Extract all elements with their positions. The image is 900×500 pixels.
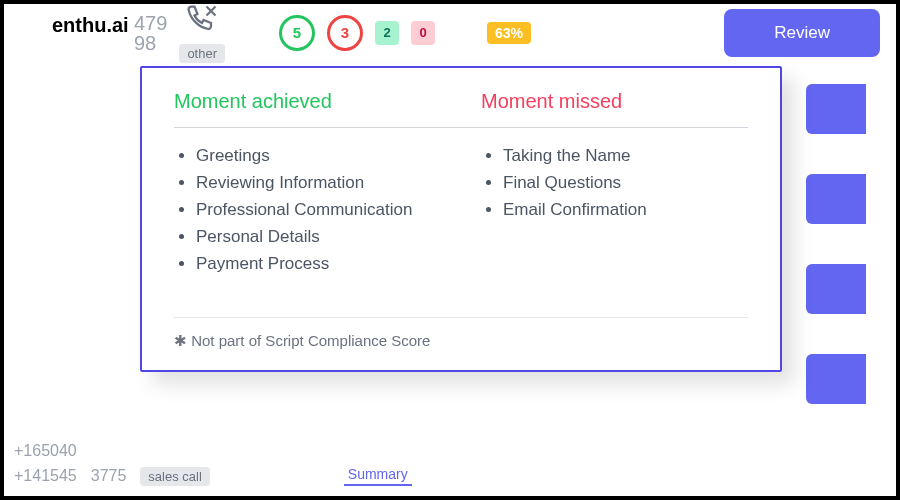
list-item: Taking the Name (503, 146, 748, 166)
bg-bottom: +165040 +141545 3775 sales call Summary (14, 442, 412, 486)
bg-bottom-num-2: +141545 (14, 467, 77, 485)
brand-logo: enthu.ai (52, 14, 129, 37)
moments-modal: Moment achieved Moment missed Greetings … (140, 66, 782, 372)
teal-count-badge: 2 (375, 21, 399, 45)
bg-numbers: 479 98 (134, 13, 167, 53)
divider (174, 127, 748, 128)
list-item: Personal Details (196, 227, 441, 247)
footnote: Not part of Script Compliance Score (174, 317, 748, 350)
percent-badge: 63% (487, 22, 531, 44)
list-item: Email Confirmation (503, 200, 748, 220)
list-item: Reviewing Information (196, 173, 441, 193)
list-item: Final Questions (503, 173, 748, 193)
side-bar-block (806, 264, 866, 314)
list-item: Greetings (196, 146, 441, 166)
missed-list: Taking the Name Final Questions Email Co… (481, 146, 748, 220)
bg-number-2: 98 (134, 33, 167, 53)
phone-icon-wrap: other (179, 2, 225, 63)
bg-bottom-extra: 3775 (91, 467, 127, 485)
bg-number-1: 479 (134, 13, 167, 33)
list-item: Payment Process (196, 254, 441, 274)
right-side-bars (806, 84, 866, 404)
achieved-count-badge: 5 (279, 15, 315, 51)
achieved-header: Moment achieved (174, 90, 441, 113)
phone-icon (184, 2, 220, 42)
list-item: Professional Communication (196, 200, 441, 220)
review-button[interactable]: Review (724, 9, 880, 57)
phone-label: other (179, 44, 225, 63)
missed-count-badge: 3 (327, 15, 363, 51)
bg-bottom-num-1: +165040 (14, 442, 77, 460)
missed-column: Moment missed (481, 90, 748, 119)
achieved-list: Greetings Reviewing Information Professi… (174, 146, 441, 274)
side-bar-block (806, 84, 866, 134)
top-bar: 479 98 other 5 3 2 0 63% Review (4, 0, 896, 71)
pink-count-badge: 0 (411, 21, 435, 45)
achieved-column: Moment achieved (174, 90, 441, 119)
side-bar-block (806, 174, 866, 224)
sales-call-tag: sales call (140, 467, 209, 486)
summary-tab[interactable]: Summary (344, 466, 412, 486)
side-bar-block (806, 354, 866, 404)
missed-header: Moment missed (481, 90, 748, 113)
